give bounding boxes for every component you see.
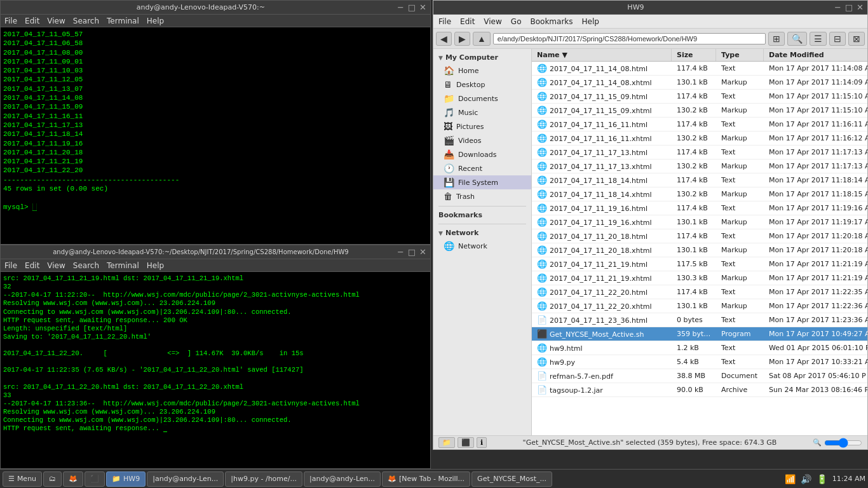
fm-menu-bookmarks[interactable]: Bookmarks xyxy=(530,17,573,26)
menu-terminal[interactable]: Terminal xyxy=(107,17,139,25)
sidebar-section-bookmarks[interactable]: Bookmarks xyxy=(433,209,531,221)
fm-menu-go[interactable]: Go xyxy=(511,17,522,26)
sidebar-section-mycomputer[interactable]: ▼ My Computer xyxy=(433,51,531,64)
fm-controls[interactable]: − □ ✕ xyxy=(834,3,864,12)
maximize-button-2[interactable]: □ xyxy=(408,247,416,257)
sh-taskbar-btn[interactable]: Get_NYCSE_Most_... xyxy=(471,471,552,487)
search-button[interactable]: 🔍 xyxy=(787,32,807,46)
table-row[interactable]: 🌐2017_04_17_11_17_13.html117.4 kBTextMon… xyxy=(532,146,867,159)
menu-search[interactable]: Search xyxy=(73,17,99,25)
col-date-header[interactable]: Date Modified xyxy=(764,49,867,61)
col-type-header[interactable]: Type xyxy=(716,49,764,61)
sidebar-section-network[interactable]: ▼ Network xyxy=(433,227,531,239)
terminal-window-1[interactable]: andy@andy-Lenovo-Ideapad-V570:~ − □ ✕ Fi… xyxy=(0,0,431,245)
sidebar-item-recent[interactable]: 🕐 Recent xyxy=(433,161,531,175)
table-row[interactable]: 📄refman-5.7-en.pdf38.8 MBDocumentSat 08 … xyxy=(532,369,867,383)
menu-help[interactable]: Help xyxy=(147,17,164,25)
fm-minimize-button[interactable]: − xyxy=(834,3,841,12)
table-row[interactable]: 🌐2017_04_17_11_21_19.xhtml130.3 kBMarkup… xyxy=(532,271,867,285)
fm-close-button[interactable]: ✕ xyxy=(857,3,864,12)
up-button[interactable]: ▲ xyxy=(473,32,491,46)
table-row[interactable]: 🌐2017_04_17_11_16_11.html117.4 kBTextMon… xyxy=(532,118,867,132)
address-bar[interactable] xyxy=(493,33,766,44)
close-button[interactable]: ✕ xyxy=(419,3,426,12)
maximize-button[interactable]: □ xyxy=(408,3,416,12)
fm-menu-view[interactable]: View xyxy=(484,17,501,26)
table-row[interactable]: 🌐2017_04_17_11_14_08.html117.4 kBTextMon… xyxy=(532,62,867,76)
fm-menu-help[interactable]: Help xyxy=(582,17,599,26)
menu-view[interactable]: View xyxy=(47,17,65,25)
filemanager-window[interactable]: HW9 − □ ✕ File Edit View Go Bookmarks He… xyxy=(433,0,868,450)
terminal1-controls[interactable]: − □ ✕ xyxy=(397,3,426,12)
term1-taskbar-btn[interactable]: |andy@andy-Len... xyxy=(147,471,224,487)
new-folder-button[interactable]: 📁 xyxy=(438,437,455,448)
terminal2-controls[interactable]: − □ ✕ xyxy=(397,247,426,257)
table-row[interactable]: 🌐2017_04_17_11_22_20.html117.4 kBTextMon… xyxy=(532,285,867,299)
terminal2-menubar[interactable]: File Edit View Search Terminal Help xyxy=(1,259,430,272)
menu2-help[interactable]: Help xyxy=(147,261,164,270)
fm-filelist[interactable]: Name ▼ Size Type Date Modified 🌐2017_04_… xyxy=(532,49,867,435)
wifi-icon[interactable]: 📶 xyxy=(785,474,796,484)
table-row[interactable]: 🌐2017_04_17_11_15_09.html117.4 kBTextMon… xyxy=(532,90,867,104)
menu2-search[interactable]: Search xyxy=(73,261,99,270)
table-row[interactable]: 🌐2017_04_17_11_16_11.xhtml130.2 kBMarkup… xyxy=(532,132,867,146)
zoom-slider[interactable] xyxy=(824,438,862,448)
minimize-button[interactable]: − xyxy=(397,3,404,12)
menu-taskbar-btn[interactable]: ☰ Menu xyxy=(3,471,42,487)
statusbar-actions[interactable]: 📁 ⬛ ℹ xyxy=(438,437,487,448)
terminal1-menubar[interactable]: File Edit View Search Terminal Help xyxy=(1,15,430,27)
col-name-header[interactable]: Name ▼ xyxy=(532,49,672,61)
back-button[interactable]: ◀ xyxy=(436,32,452,46)
terminal-taskbar-btn[interactable]: ⬛ xyxy=(85,471,105,487)
panel-button[interactable]: ⊠ xyxy=(848,32,865,46)
hw9py-taskbar-btn[interactable]: |hw9.py - /home/... xyxy=(225,471,302,487)
sidebar-item-desktop[interactable]: 🖥 Desktop xyxy=(433,78,531,92)
zoom-control[interactable]: 🔍 xyxy=(813,438,862,448)
table-row[interactable]: 🌐hw9.html1.2 kBTextWed 01 Apr 2015 06:01… xyxy=(532,341,867,355)
fm-menu-file[interactable]: File xyxy=(438,17,451,26)
hw9-taskbar-btn[interactable]: 📁 HW9 xyxy=(106,471,146,487)
table-row[interactable]: 🌐hw9.py5.4 kBTextMon 17 Apr 2017 10:33:2… xyxy=(532,355,867,369)
firefox-taskbar-btn[interactable]: 🦊 xyxy=(63,471,83,487)
battery-icon[interactable]: 🔋 xyxy=(817,474,827,484)
sidebar-item-videos[interactable]: 🎬 Videos xyxy=(433,133,531,147)
view-toggle-button[interactable]: ⊞ xyxy=(768,32,785,46)
sidebar-item-music[interactable]: 🎵 Music xyxy=(433,105,531,119)
sidebar-item-pictures[interactable]: 🖼 Pictures xyxy=(433,119,531,133)
menu-file[interactable]: File xyxy=(4,17,17,25)
terminal-window-2[interactable]: andy@andy-Lenovo-Ideapad-V570:~/Desktop/… xyxy=(0,245,431,469)
minimize-button-2[interactable]: − xyxy=(397,247,404,257)
table-row[interactable]: 🌐2017_04_17_11_14_08.xhtml130.1 kBMarkup… xyxy=(532,76,867,90)
menu2-view[interactable]: View xyxy=(47,261,65,270)
table-row[interactable]: 🌐2017_04_17_11_19_16.xhtml130.1 kBMarkup… xyxy=(532,215,867,229)
files-taskbar-btn[interactable]: 🗂 xyxy=(43,471,62,487)
sidebar-item-filesystem[interactable]: 💾 File System xyxy=(433,175,531,189)
sidebar-item-network[interactable]: 🌐 Network xyxy=(433,239,531,253)
properties-button[interactable]: ℹ xyxy=(477,437,487,448)
table-row[interactable]: 🌐2017_04_17_11_18_14.xhtml130.2 kBMarkup… xyxy=(532,187,867,201)
sidebar-item-downloads[interactable]: 📥 Downloads xyxy=(433,147,531,161)
table-row[interactable]: 📄tagsoup-1.2.jar90.0 kBArchiveSun 24 Mar… xyxy=(532,383,867,397)
menu-edit[interactable]: Edit xyxy=(25,17,39,25)
sidebar-item-trash[interactable]: 🗑 Trash xyxy=(433,189,531,203)
menu2-terminal[interactable]: Terminal xyxy=(107,261,139,270)
table-row[interactable]: 🌐2017_04_17_11_20_18.html117.4 kBTextMon… xyxy=(532,229,867,243)
taskbar[interactable]: ☰ Menu 🗂 🦊 ⬛ 📁 HW9 |andy@andy-Len... |hw… xyxy=(0,469,868,488)
sidebar-item-documents[interactable]: 📁 Documents xyxy=(433,92,531,105)
fm-maximize-button[interactable]: □ xyxy=(845,3,853,12)
sidebar-item-home[interactable]: 🏠 Home xyxy=(433,64,531,78)
table-row[interactable]: 🌐2017_04_17_11_17_13.xhtml130.2 kBMarkup… xyxy=(532,159,867,173)
table-row[interactable]: 🌐2017_04_17_11_19_16.html117.4 kBTextMon… xyxy=(532,201,867,215)
table-row[interactable]: 🌐2017_04_17_11_20_18.xhtml130.1 kBMarkup… xyxy=(532,243,867,257)
table-row[interactable]: ⬛Get_NYCSE_Most_Active.sh359 bytesProgra… xyxy=(532,327,867,341)
table-row[interactable]: 🌐2017_04_17_11_15_09.xhtml130.2 kBMarkup… xyxy=(532,104,867,118)
close-button-2[interactable]: ✕ xyxy=(419,247,426,257)
speaker-icon[interactable]: 🔊 xyxy=(801,474,811,484)
fm-menu-edit[interactable]: Edit xyxy=(460,17,475,26)
menu2-edit[interactable]: Edit xyxy=(25,261,39,270)
table-row[interactable]: 🌐2017_04_17_11_18_14.html117.4 kBTextMon… xyxy=(532,173,867,187)
menu-button[interactable]: ☰ xyxy=(810,32,827,46)
open-terminal-button[interactable]: ⬛ xyxy=(458,437,474,448)
menu2-file[interactable]: File xyxy=(4,261,17,270)
split-button[interactable]: ⊟ xyxy=(829,32,846,46)
